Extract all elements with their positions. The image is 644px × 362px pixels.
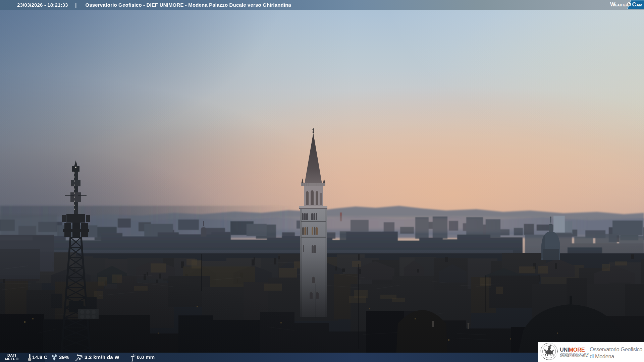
svg-text:C: C — [632, 1, 636, 7]
svg-text:di Modena: di Modena — [590, 353, 614, 359]
svg-text:Osservatorio Geofisico: Osservatorio Geofisico — [590, 346, 642, 352]
svg-text:W: W — [610, 1, 615, 7]
svg-text:MODENA E REGGIO EMILIA: MODENA E REGGIO EMILIA — [560, 355, 588, 357]
svg-text:MORE: MORE — [569, 347, 585, 353]
svg-text:UNIVERSITÀ DEGLI STUDI DI: UNIVERSITÀ DEGLI STUDI DI — [560, 352, 589, 355]
svg-text:EATHER: EATHER — [615, 3, 628, 7]
svg-text:UNI: UNI — [560, 347, 569, 353]
svg-text:AM: AM — [636, 3, 642, 7]
